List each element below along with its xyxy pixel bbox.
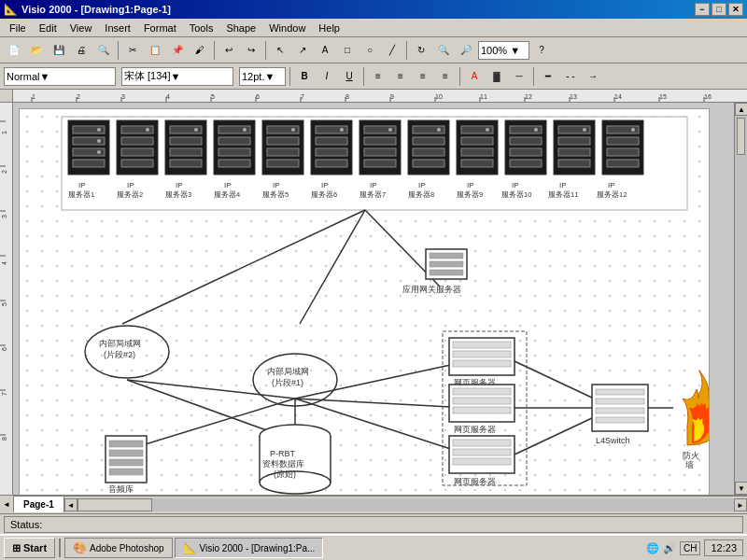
svg-rect-83 xyxy=(218,148,250,156)
svg-text:6: 6 xyxy=(1,347,7,351)
cut-btn[interactable]: ✂ xyxy=(122,40,143,61)
svg-text:服务器10: 服务器10 xyxy=(501,190,531,199)
open-btn[interactable]: 📂 xyxy=(26,40,47,61)
lang-icon: CH xyxy=(680,541,700,555)
svg-rect-147 xyxy=(607,148,639,156)
scroll-h-track[interactable] xyxy=(78,498,734,511)
line-weight-btn[interactable]: ━ xyxy=(538,66,558,87)
menu-help[interactable]: Help xyxy=(313,21,345,35)
save-btn[interactable]: 💾 xyxy=(49,40,69,61)
align-center-btn[interactable]: ≡ xyxy=(390,66,411,87)
scroll-h-thumb[interactable] xyxy=(78,498,152,511)
font-dropdown[interactable]: 宋体 [134] ▼ xyxy=(121,67,233,86)
fill-color-btn[interactable]: ▓ xyxy=(486,66,507,87)
font-color-btn[interactable]: A xyxy=(464,66,485,87)
text-btn[interactable]: A xyxy=(315,40,335,61)
svg-text:(片段#1): (片段#1) xyxy=(272,378,303,387)
menu-view[interactable]: View xyxy=(64,21,98,35)
scroll-right-btn[interactable]: ► xyxy=(734,498,747,511)
scroll-v-thumb[interactable] xyxy=(737,118,745,155)
svg-rect-60 xyxy=(73,160,105,167)
zoom-dropdown[interactable]: 100% ▼ xyxy=(478,41,529,60)
svg-text:2: 2 xyxy=(77,93,80,100)
line-btn[interactable]: ╱ xyxy=(382,40,402,61)
menu-window[interactable]: Window xyxy=(263,21,311,35)
svg-point-121 xyxy=(486,128,489,132)
svg-text:服务器3: 服务器3 xyxy=(165,190,191,199)
svg-text:8: 8 xyxy=(1,437,7,441)
redo-btn[interactable]: ↪ xyxy=(241,40,261,61)
taskbar-visio[interactable]: 📐 Visio 2000 - [Drawing1:Pa... xyxy=(175,538,324,558)
format-painter-btn[interactable]: 🖌 xyxy=(190,40,210,61)
svg-rect-108 xyxy=(364,160,396,167)
svg-line-158 xyxy=(295,361,468,399)
undo-btn[interactable]: ↩ xyxy=(218,40,239,61)
svg-text:16: 16 xyxy=(704,93,712,100)
start-button[interactable]: ⊞ Start xyxy=(4,538,55,558)
system-tray: 🌐 🔊 CH 12:23 xyxy=(646,539,743,556)
rect-btn[interactable]: □ xyxy=(337,40,358,61)
style-dropdown[interactable]: Normal ▼ xyxy=(4,67,116,86)
svg-rect-99 xyxy=(316,148,347,156)
canvas-area[interactable]: IP 服务器1 IP 服务器2 xyxy=(13,103,734,495)
svg-rect-84 xyxy=(218,160,250,167)
justify-btn[interactable]: ≡ xyxy=(435,66,456,87)
size-dropdown[interactable]: 12pt. ▼ xyxy=(239,67,286,86)
copy-btn[interactable]: 📋 xyxy=(145,40,165,61)
scroll-v-track[interactable] xyxy=(735,116,747,482)
status-text: Status: xyxy=(4,516,743,533)
svg-rect-68 xyxy=(121,160,153,167)
svg-rect-207 xyxy=(596,389,644,395)
help-btn[interactable]: ? xyxy=(531,40,552,61)
minimize-btn[interactable]: − xyxy=(695,3,710,16)
taskbar-photoshop[interactable]: 🎨 Adobe Photoshop xyxy=(64,538,173,558)
paste-btn[interactable]: 📌 xyxy=(167,40,188,61)
rotate-btn[interactable]: ↻ xyxy=(411,40,431,61)
ruler-area: ruler marks 1 2 3 4 5 6 7 8 9 10 11 xyxy=(0,90,747,103)
page-nav-left[interactable]: ◄ xyxy=(0,496,13,513)
underline-btn[interactable]: U xyxy=(339,66,359,87)
svg-rect-174 xyxy=(430,270,463,275)
speaker-icon: 🔊 xyxy=(663,542,676,554)
bold-btn[interactable]: B xyxy=(294,66,315,87)
svg-rect-98 xyxy=(316,137,347,145)
arrow-btn[interactable]: → xyxy=(583,66,603,87)
svg-text:9: 9 xyxy=(390,93,394,100)
print-btn[interactable]: 🖨 xyxy=(71,40,92,61)
taskbar: ⊞ Start 🎨 Adobe Photoshop 📐 Visio 2000 -… xyxy=(0,534,747,560)
zoom-out-btn[interactable]: 🔍 xyxy=(433,40,454,61)
menu-edit[interactable]: Edit xyxy=(34,21,63,35)
close-btn[interactable]: ✕ xyxy=(728,3,743,16)
line-color-btn[interactable]: ─ xyxy=(509,66,529,87)
canvas-container: 1 2 3 4 5 6 7 8 xyxy=(0,103,747,495)
align-left-btn[interactable]: ≡ xyxy=(368,66,388,87)
tab-page1[interactable]: Page-1 xyxy=(13,496,64,512)
maximize-btn[interactable]: □ xyxy=(712,3,726,16)
preview-btn[interactable]: 🔍 xyxy=(93,40,114,61)
taskbar-sep xyxy=(59,539,61,557)
menu-format[interactable]: Format xyxy=(138,21,182,35)
menu-insert[interactable]: Insert xyxy=(99,21,136,35)
svg-text:服务器2: 服务器2 xyxy=(117,190,143,199)
ellipse-btn[interactable]: ○ xyxy=(359,40,380,61)
menu-tools[interactable]: Tools xyxy=(184,21,219,35)
align-right-btn[interactable]: ≡ xyxy=(413,66,433,87)
new-btn[interactable]: 📄 xyxy=(4,40,24,61)
svg-text:3: 3 xyxy=(1,215,7,218)
scroll-up-btn[interactable]: ▲ xyxy=(735,103,747,116)
italic-btn[interactable]: I xyxy=(317,66,337,87)
connector-btn[interactable]: ↗ xyxy=(292,40,313,61)
scroll-left-btn[interactable]: ◄ xyxy=(64,498,78,511)
pointer-btn[interactable]: ↖ xyxy=(270,40,290,61)
menu-shape[interactable]: Shape xyxy=(220,21,261,35)
svg-rect-130 xyxy=(510,137,542,145)
svg-rect-67 xyxy=(121,148,153,156)
menu-file[interactable]: File xyxy=(4,21,32,35)
scroll-down-btn[interactable]: ▼ xyxy=(735,482,747,495)
svg-text:IP: IP xyxy=(176,181,183,189)
zoom-in-btn[interactable]: 🔎 xyxy=(456,40,476,61)
svg-text:内部局域网: 内部局域网 xyxy=(267,367,309,376)
svg-point-105 xyxy=(388,128,392,132)
scrollbar-vertical[interactable]: ▲ ▼ xyxy=(734,103,747,495)
line-style-btn[interactable]: - - xyxy=(560,66,581,87)
